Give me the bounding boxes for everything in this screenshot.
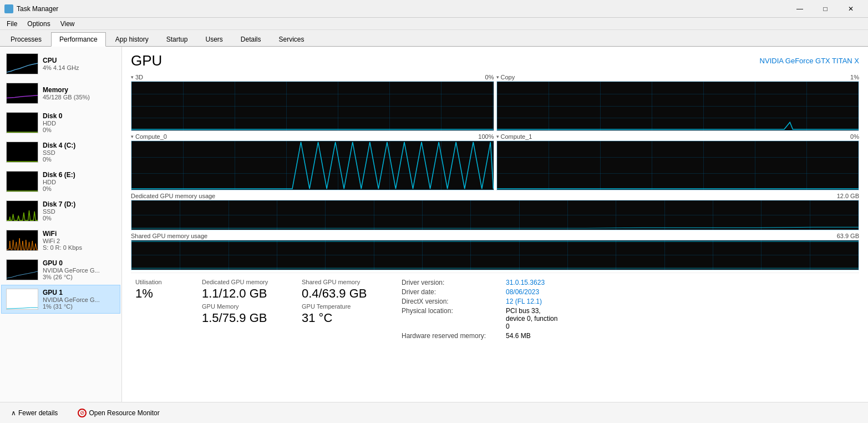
disk6-sub: HDD [43, 179, 115, 185]
title-bar: Task Manager — □ ✕ [0, 0, 868, 18]
chart-copy-name: Copy [501, 74, 515, 80]
chart-dedicated-box [131, 200, 859, 230]
main-layout: CPU 4% 4.14 GHz Memory 45/128 GB (35%) [0, 47, 868, 402]
wifi-mini-chart [6, 230, 38, 251]
wifi-label: WiFi [43, 230, 115, 238]
gpu-memory-label: GPU Memory [202, 303, 293, 310]
chart-3d-value: 0% [485, 74, 494, 80]
cpu-mini-chart [6, 53, 38, 74]
disk6-label: Disk 6 (E:) [43, 171, 115, 179]
gpu-device-name: NVIDIA GeForce GTX TITAN X [760, 57, 859, 65]
chart-compute1-section: ▾ Compute_1 0% [496, 133, 860, 190]
open-resource-monitor-button[interactable]: ⊘ Open Resource Monitor [73, 406, 164, 420]
shared-mem-stat-label: Shared GPU memory [302, 279, 393, 285]
dedicated-mem-label: Dedicated GPU memory usage [131, 193, 215, 199]
sidebar-item-disk4[interactable]: Disk 4 (C:) SSD 0% [1, 138, 120, 167]
utilisation-label: Utilisation [135, 279, 193, 285]
sidebar-item-wifi[interactable]: WiFi WiFi 2 S: 0 R: 0 Kbps [1, 226, 120, 255]
shared-mem-label: Shared GPU memory usage [131, 233, 207, 239]
chart-copy-value: 1% [850, 74, 859, 80]
gpu0-label: GPU 0 [43, 259, 115, 267]
fewer-details-label: Fewer details [18, 409, 58, 417]
chart-3d-svg [131, 82, 494, 130]
svg-rect-1 [9, 6, 12, 8]
tab-startup[interactable]: Startup [158, 32, 196, 46]
tab-processes[interactable]: Processes [2, 32, 50, 46]
sidebar-item-gpu1[interactable]: GPU 1 NVIDIA GeForce G... 1% (31 °C) [1, 285, 120, 314]
sidebar-item-gpu0[interactable]: GPU 0 NVIDIA GeForce G... 3% (26 °C) [1, 255, 120, 284]
driver-date-label: Driver date: [402, 288, 501, 296]
close-button[interactable]: ✕ [838, 0, 864, 18]
physical-location-value: PCI bus 33, device 0, function 0 [506, 307, 559, 330]
shared-mem-stat-value: 0.4/63.9 GB [302, 286, 393, 301]
chart-copy-box [496, 81, 860, 131]
chevron-3d-icon: ▾ [131, 74, 134, 80]
charts-top-row: ▾ 3D 0% [131, 74, 859, 131]
stat-dedicated-gpu-mem: Dedicated GPU memory 1.1/12.0 GB GPU Mem… [197, 278, 297, 343]
chart-copy-section: ▾ Copy 1% [496, 74, 860, 131]
menu-file[interactable]: File [2, 19, 22, 29]
chart-compute1-label[interactable]: ▾ Compute_1 [496, 133, 532, 140]
fewer-details-button[interactable]: ∧ Fewer details [7, 407, 62, 419]
chart-copy-label[interactable]: ▾ Copy [496, 74, 515, 80]
chart-shared-box [131, 240, 859, 270]
sidebar-item-disk0[interactable]: Disk 0 HDD 0% [1, 108, 120, 137]
svg-rect-2 [6, 9, 8, 12]
tab-users[interactable]: Users [197, 32, 231, 46]
stats-section: Utilisation 1% Dedicated GPU memory 1.1/… [131, 273, 859, 347]
gpu1-sub: NVIDIA GeForce G... [43, 296, 115, 303]
cpu-sub: 4% 4.14 GHz [43, 64, 115, 71]
wifi-sub: WiFi 2 [43, 238, 115, 244]
chart-compute0-section: ▾ Compute_0 100% [131, 133, 494, 190]
disk7-mini-chart [6, 200, 38, 221]
title-bar-left: Task Manager [4, 4, 58, 13]
chart-copy-svg [497, 82, 859, 130]
menu-view[interactable]: View [56, 19, 79, 29]
tab-performance[interactable]: Performance [51, 32, 106, 47]
gpu-title-row: GPU NVIDIA GeForce GTX TITAN X [131, 52, 859, 69]
tab-services[interactable]: Services [271, 32, 313, 46]
chart-compute0-svg [131, 141, 494, 190]
driver-date-value: 08/06/2023 [506, 288, 539, 296]
dedicated-mem-max: 12.0 GB [837, 193, 859, 199]
svg-rect-0 [6, 6, 8, 8]
menu-options[interactable]: Options [23, 19, 54, 29]
gpu-memory-value: 1.5/75.9 GB [202, 311, 293, 325]
gpu0-sub: NVIDIA GeForce G... [43, 267, 115, 274]
disk7-label: Disk 7 (D:) [43, 200, 115, 208]
disk4-mini-chart [6, 142, 38, 163]
window-controls: — □ ✕ [787, 0, 864, 18]
chart-compute0-label[interactable]: ▾ Compute_0 [131, 133, 167, 140]
disk6-val: 0% [43, 185, 115, 192]
chart-compute1-value: 0% [850, 133, 859, 140]
cpu-label: CPU [43, 57, 115, 64]
wifi-val: S: 0 R: 0 Kbps [43, 244, 115, 251]
chart-3d-name: 3D [135, 74, 143, 80]
memory-sub: 45/128 GB (35%) [43, 94, 115, 100]
tab-app-history[interactable]: App history [107, 32, 157, 46]
svg-rect-3 [9, 9, 12, 12]
dedicated-gpu-mem-value: 1.1/12.0 GB [202, 286, 293, 301]
stat-utilisation: Utilisation 1% [131, 278, 197, 343]
sidebar-item-memory[interactable]: Memory 45/128 GB (35%) [1, 79, 120, 108]
chart-3d-box [131, 81, 494, 131]
disk4-sub: SSD [43, 149, 115, 156]
fewer-details-icon: ∧ [11, 409, 16, 417]
hw-reserved-value: 54.6 MB [506, 332, 531, 340]
chart-compute1-svg [497, 141, 859, 190]
utilisation-value: 1% [135, 286, 193, 301]
minimize-button[interactable]: — [787, 0, 813, 18]
charts-compute-row: ▾ Compute_0 100% [131, 133, 859, 190]
directx-label: DirectX version: [402, 298, 501, 305]
tab-details[interactable]: Details [232, 32, 270, 46]
sidebar-item-disk7[interactable]: Disk 7 (D:) SSD 0% [1, 197, 120, 225]
menu-bar: File Options View [0, 18, 868, 30]
maximize-button[interactable]: □ [813, 0, 838, 18]
disk0-sub: HDD [43, 120, 115, 127]
content-area: GPU NVIDIA GeForce GTX TITAN X ▾ 3D 0% [122, 47, 868, 402]
chart-3d-label[interactable]: ▾ 3D [131, 74, 143, 80]
sidebar-item-cpu[interactable]: CPU 4% 4.14 GHz [1, 49, 120, 78]
sidebar-item-disk6[interactable]: Disk 6 (E:) HDD 0% [1, 167, 120, 196]
driver-version-label: Driver version: [402, 279, 501, 286]
memory-mini-chart [6, 83, 38, 104]
